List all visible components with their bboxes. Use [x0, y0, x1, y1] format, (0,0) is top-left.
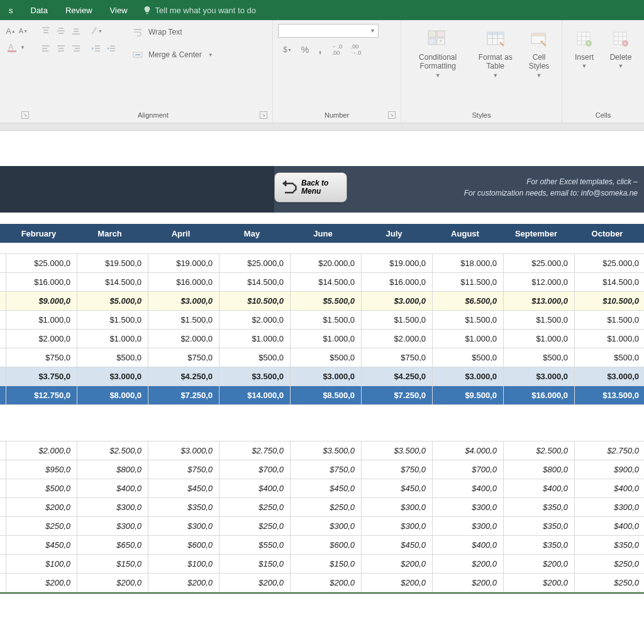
data-cell[interactable]: $3.500,0 [362, 441, 433, 460]
data-cell[interactable]: $25.000,0 [6, 254, 77, 272]
data-cell[interactable]: $7.250,0 [148, 386, 219, 404]
data-cell[interactable]: $750,0 [362, 460, 433, 479]
data-cell[interactable]: $13.000,0 [504, 292, 575, 310]
data-cell[interactable]: $800,0 [504, 460, 575, 479]
data-cell[interactable]: $1.500,0 [575, 311, 644, 329]
data-cell[interactable]: $16.000,0 [148, 273, 219, 291]
align-top-icon[interactable] [39, 24, 53, 38]
data-cell[interactable]: $14.500,0 [291, 273, 362, 291]
data-cell[interactable]: $200,0 [504, 574, 575, 592]
data-row[interactable]: $450,0$650,0$600,0$550,0$600,0$450,0$400… [0, 536, 644, 555]
data-cell[interactable]: $3.000,0 [148, 292, 219, 310]
data-cell[interactable]: $350,0 [504, 536, 575, 554]
data-cell[interactable]: $200,0 [6, 574, 77, 592]
data-cell[interactable]: $2.000,0 [362, 330, 433, 348]
ribbon-tab-data[interactable]: Data [22, 0, 57, 20]
format-as-table-button[interactable]: Format as Table▼ [472, 24, 519, 81]
data-cell[interactable]: $200,0 [433, 574, 504, 592]
data-cell[interactable]: $600,0 [291, 536, 362, 554]
data-cell[interactable]: $1.500,0 [504, 311, 575, 329]
data-cell[interactable]: $400,0 [77, 479, 148, 497]
data-cell[interactable]: $400,0 [575, 517, 644, 535]
data-cell[interactable]: $300,0 [291, 517, 362, 535]
data-cell[interactable]: $300,0 [433, 517, 504, 535]
data-row[interactable]: $16.000,0$14.500,0$16.000,0$14.500,0$14.… [0, 273, 644, 292]
data-row[interactable]: $950,0$800,0$750,0$700,0$750,0$750,0$700… [0, 460, 644, 479]
data-row[interactable]: $2.000,0$2.500,0$3.000,0$2.750,0$3.500,0… [0, 441, 644, 460]
data-cell[interactable]: $1.500,0 [291, 311, 362, 329]
data-cell[interactable]: $1.000,0 [77, 330, 148, 348]
data-cell[interactable]: $8.500,0 [291, 386, 362, 404]
data-cell[interactable]: $1.000,0 [433, 330, 504, 348]
worksheet-area[interactable]: ⮌ Back to Menu For other Excel templates… [0, 131, 644, 594]
data-cell[interactable]: $200,0 [362, 555, 433, 573]
data-cell[interactable]: $2.750,0 [575, 441, 644, 460]
data-cell[interactable]: $1.500,0 [77, 311, 148, 329]
accounting-format-icon[interactable]: $▼ [278, 43, 297, 57]
font-color-icon[interactable]: A [5, 40, 19, 54]
data-row[interactable]: $200,0$200,0$200,0$200,0$200,0$200,0$200… [0, 574, 644, 592]
data-cell[interactable]: $300,0 [77, 517, 148, 535]
data-cell[interactable]: $1.500,0 [148, 311, 219, 329]
data-cell[interactable]: $2.500,0 [77, 441, 148, 460]
data-cell[interactable]: $450,0 [148, 479, 219, 497]
data-row[interactable]: $750,0$500,0$750,0$500,0$500,0$750,0$500… [0, 348, 644, 367]
orientation-icon[interactable]: ▼ [89, 24, 103, 38]
data-row[interactable]: $25.000,0$19.500,0$19.000,0$25.000,0$20.… [0, 254, 644, 273]
increase-font-icon[interactable]: A▲ [5, 24, 16, 38]
data-cell[interactable]: $11.500,0 [433, 273, 504, 291]
merge-center-button[interactable]: Merge & Center ▼ [128, 47, 216, 63]
data-cell[interactable]: $150,0 [77, 555, 148, 573]
align-middle-icon[interactable] [54, 24, 68, 38]
data-cell[interactable]: $450,0 [6, 536, 77, 554]
data-cell[interactable]: $300,0 [362, 498, 433, 516]
data-row[interactable]: $12.750,0$8.000,0$7.250,0$14.000,0$8.500… [0, 386, 644, 405]
data-row[interactable]: $250,0$300,0$300,0$250,0$300,0$300,0$300… [0, 517, 644, 536]
data-cell[interactable]: $150,0 [291, 555, 362, 573]
data-cell[interactable]: $100,0 [148, 555, 219, 573]
data-row[interactable]: $3.750,0$3.000,0$4.250,0$3.500,0$3.000,0… [0, 367, 644, 386]
data-cell[interactable]: $800,0 [77, 460, 148, 479]
data-cell[interactable]: $3.500,0 [219, 367, 291, 386]
data-cell[interactable]: $400,0 [504, 479, 575, 497]
data-cell[interactable]: $14.500,0 [77, 273, 148, 291]
data-cell[interactable]: $12.000,0 [504, 273, 575, 291]
data-cell[interactable]: $600,0 [148, 536, 219, 554]
data-cell[interactable]: $9.000,0 [6, 292, 77, 310]
ribbon-tab-truncated[interactable]: s [0, 0, 22, 20]
data-cell[interactable]: $7.250,0 [362, 386, 433, 404]
data-cell[interactable]: $3.000,0 [504, 367, 575, 386]
data-cell[interactable]: $3.000,0 [575, 367, 644, 386]
data-cell[interactable]: $750,0 [148, 460, 219, 479]
comma-format-icon[interactable]: , [313, 43, 327, 57]
data-cell[interactable]: $700,0 [219, 460, 291, 479]
data-cell[interactable]: $400,0 [433, 479, 504, 497]
data-cell[interactable]: $300,0 [77, 498, 148, 516]
data-cell[interactable]: $250,0 [219, 517, 291, 535]
decrease-indent-icon[interactable] [89, 42, 103, 55]
data-cell[interactable]: $550,0 [219, 536, 291, 554]
data-cell[interactable]: $3.500,0 [291, 441, 362, 460]
data-cell[interactable]: $25.000,0 [504, 254, 575, 272]
data-row[interactable]: $9.000,0$5.000,0$3.000,0$10.500,0$5.500,… [0, 292, 644, 311]
decrease-font-icon[interactable]: A▼ [18, 24, 29, 38]
dialog-launcher-icon[interactable]: ↘ [388, 111, 396, 119]
data-cell[interactable]: $250,0 [575, 574, 644, 592]
increase-decimal-icon[interactable]: ←.0.00 [328, 43, 346, 57]
data-cell[interactable]: $5.500,0 [291, 292, 362, 310]
data-cell[interactable]: $19.000,0 [148, 254, 219, 272]
data-cell[interactable]: $200,0 [504, 555, 575, 573]
data-cell[interactable]: $350,0 [575, 536, 644, 554]
data-cell[interactable]: $12.750,0 [6, 386, 77, 404]
ribbon-tab-view[interactable]: View [101, 0, 136, 20]
data-cell[interactable]: $300,0 [575, 498, 644, 516]
data-cell[interactable]: $350,0 [504, 498, 575, 516]
data-cell[interactable]: $200,0 [362, 574, 433, 592]
data-cell[interactable]: $1.500,0 [433, 311, 504, 329]
data-cell[interactable]: $25.000,0 [219, 254, 291, 272]
align-right-icon[interactable] [69, 42, 83, 55]
data-cell[interactable]: $4.250,0 [148, 367, 219, 386]
data-cell[interactable]: $300,0 [362, 517, 433, 535]
data-cell[interactable]: $25.000,0 [575, 254, 644, 272]
data-row[interactable]: $200,0$300,0$350,0$250,0$250,0$300,0$300… [0, 498, 644, 517]
